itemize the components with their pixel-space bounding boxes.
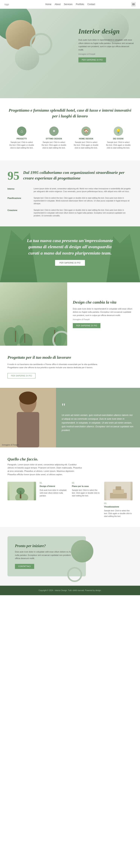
home-icon: 🏠 [84,129,89,134]
testimonial-text: Un enim ad minim veniam, quis nostrud ex… [62,413,134,432]
svg-point-14 [19,392,37,405]
service-label-3: DEI SOGNI [106,138,131,140]
cta-text: Duis aute irure dolor in voluptate velit… [15,550,78,560]
stats-number: 95 [7,170,20,182]
stat-label-2: Creazione [7,209,30,211]
service-item-1: ✦ OTTIMO DESIGN Sample text: Click to se… [40,125,68,151]
design-title: Design che cambia la vita [73,300,134,305]
what-num-2: 03. [104,502,133,504]
cta-box: Pronto per iniziare? Duis aute irure dol… [7,536,86,577]
work-button[interactable]: PER SAPERNE DI PIÙ [7,373,35,378]
stat-row-0: Interno Lorem ipsum dolor sit amet, cons… [7,187,133,193]
what-heading: Quello che faccio. [7,457,133,462]
quote-mark-icon: " [62,403,134,410]
green-banner-section: La tua nuova casa presenta un'impression… [0,226,140,282]
what-item-0: 01. Design d'interni Duis aute irure dol… [40,482,68,518]
nav-home[interactable]: Home [45,3,51,6]
service-text-3: Sample text: Click to select the text. C… [106,141,131,149]
what-label-1: Piano per la casa [72,485,101,487]
navbar: logo Home About Services Portfolio Conta… [0,0,140,9]
nav-contact[interactable]: Contact [87,3,95,6]
cta-button[interactable]: CONTATTACI [15,564,34,569]
services-grid: ⌂ PROGETTI Sample text: Click to select … [7,125,133,151]
service-text-2: Sample text: Click to select the text. C… [74,141,99,149]
svg-point-18 [17,488,25,494]
what-num-1: 02. [72,482,101,484]
stat-row-2: Creazione Sample text: Click to select t… [7,209,133,217]
nav-menu: Home About Services Portfolio Contact [45,3,95,6]
what-image-2 [104,482,133,500]
service-item-3: 💡 DEI SOGNI Sample text: Click to select… [104,125,133,151]
service-icon-0: ⌂ [17,127,26,136]
service-item-2: 🏠 HOME DESIGN Sample text: Click to sele… [72,125,101,151]
what-item-image [7,482,36,518]
svg-rect-8 [15,331,16,342]
what-text-0: Duis aute irure dolor in voluptate velit… [40,489,68,497]
design-image [0,282,67,346]
stats-section: 95 Dal 1995 collaboriamo con organizzazi… [0,160,140,226]
banner-button[interactable]: PER SAPERNE DI PIÙ [55,260,85,266]
what-num-0: 01. [40,482,68,484]
svg-rect-9 [24,334,25,343]
hero-caption: Immagine di Freepik [78,53,134,55]
logo: logo [4,3,9,6]
stats-header: 95 Dal 1995 collaboriamo con organizzazi… [7,170,133,182]
hero-title: Interior design [78,27,134,35]
work-image-section: Immagine di Freepik " Un enim ad minim v… [0,388,140,447]
stat-label-1: Pianificazione [7,196,30,199]
stats-items: Interno Lorem ipsum dolor sit amet, cons… [7,187,133,217]
work-text: Il modo in cui lavoriamo sta cambiando e… [7,363,101,369]
service-text-0: Sample text: Click to select the text. C… [9,141,34,149]
service-icon-1: ✦ [49,127,59,136]
services-heading: Progettiamo e forniamo splendidi hotel, … [7,107,133,119]
stat-desc-1: Sample text: Click to select the text. C… [34,196,133,205]
design-section: Design che cambia la vita Duis aute irur… [0,282,140,346]
nav-portfolio[interactable]: Portfolio [76,3,84,6]
service-icon-2: 🏠 [81,127,91,136]
stat-row-1: Pianificazione Sample text: Click to sel… [7,196,133,205]
nav-services[interactable]: Services [64,3,73,6]
service-item-0: ⌂ PROGETTI Sample text: Click to select … [7,125,36,151]
menu-icon[interactable] [132,2,136,6]
banner-heading: La tua nuova casa presenta un'impression… [23,238,117,256]
hero-circle-bottom-left [15,46,39,70]
cta-circle2-decoration [67,567,82,582]
what-item-2: 03. Visualizzazione Sample text: Click t… [104,482,133,518]
design-icon: ✦ [52,129,56,134]
what-label-2: Visualizzazione [104,505,133,508]
design-content: Design che cambia la vita Duis aute irur… [67,282,140,346]
stats-header-text: Dal 1995 collaboriamo con organizzazioni… [23,170,133,181]
hero-description: Duis aute irure dolor in reprehenderit i… [78,38,134,52]
work-image-caption: Immagine di Freepik [2,444,19,446]
hero-cta-button[interactable]: PER SAPERNE DI PIÙ [78,57,106,62]
what-intro: Paragrafo. Lorem ipsum dolor sit amet, c… [7,463,82,476]
stat-desc-2: Sample text: Click to select the text. C… [34,209,133,217]
service-label-0: PROGETTI [9,138,34,140]
work-image: Immagine di Freepik [0,388,56,447]
svg-rect-13 [17,412,39,447]
testimonial-box: " Un enim ad minim veniam, quis nostrud … [56,388,140,447]
what-item-1: 02. Piano per la casa Sample text: Click… [72,482,101,518]
work-heading: Progettato per il tuo modo di lavorare [7,355,133,360]
cta-heading: Pronto per iniziare? [15,544,78,548]
stat-label-0: Interno [7,187,30,190]
cta-section: Pronto per iniziare? Duis aute irure dol… [0,527,140,586]
what-label-0: Design d'interni [40,485,68,487]
work-section: Progettato per il tuo modo di lavorare I… [0,346,140,388]
what-section: Quello che faccio. Paragrafo. Lorem ipsu… [0,447,140,527]
what-image [7,482,36,500]
stats-heading: Dal 1995 collaboriamo con organizzazioni… [23,170,133,181]
service-text-1: Sample text: Click to select the text. C… [41,141,66,149]
design-caption: Immagine di Freepik [73,318,134,320]
svg-rect-22 [116,486,121,490]
service-label-1: OTTIMO DESIGN [41,138,66,140]
hero-image-4 [15,46,39,70]
cta-circle-decoration [71,540,93,562]
design-button[interactable]: PER SAPERNE DI PIÙ [73,323,101,328]
stat-desc-0: Lorem ipsum dolor sit amet, consectetur … [34,187,133,193]
footer: Copyright © 2024 - Interior Design. Tutt… [0,586,140,595]
design-text: Duis aute irure dolor in reprehenderit i… [73,307,134,317]
house-icon: ⌂ [21,129,23,134]
nav-about[interactable]: About [55,3,60,6]
what-text-2: Sample text: Click to select the text. C… [104,509,133,518]
